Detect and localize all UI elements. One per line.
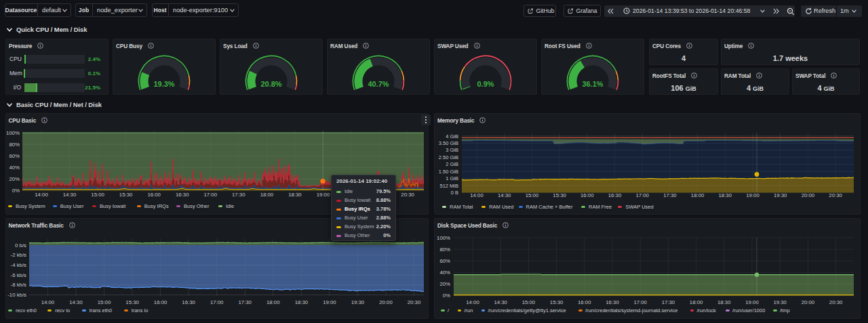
svg-text:-4 kb/s: -4 kb/s — [11, 262, 26, 268]
svg-text:100%: 100% — [437, 235, 450, 241]
svg-text:14:00: 14:00 — [466, 299, 479, 305]
svg-text:18:00: 18:00 — [267, 299, 280, 305]
svg-text:20:00: 20:00 — [379, 299, 393, 305]
svg-text:19:00: 19:00 — [745, 299, 759, 305]
svg-text:19:30: 19:30 — [773, 299, 787, 305]
svg-text:18:00: 18:00 — [690, 299, 703, 305]
svg-text:15:30: 15:30 — [550, 299, 564, 305]
svg-text:40%: 40% — [439, 270, 450, 276]
svg-text:17:30: 17:30 — [238, 299, 252, 305]
svg-text:14:30: 14:30 — [69, 299, 83, 305]
svg-text:17:30: 17:30 — [662, 299, 675, 305]
svg-text:80%: 80% — [439, 246, 450, 253]
svg-text:20:30: 20:30 — [408, 299, 421, 305]
svg-text:0%: 0% — [443, 293, 450, 299]
svg-text:15:00: 15:00 — [522, 299, 536, 305]
svg-text:16:00: 16:00 — [154, 299, 167, 305]
svg-text:-8 kb/s: -8 kb/s — [11, 282, 26, 288]
svg-text:18:30: 18:30 — [717, 299, 731, 305]
svg-text:15:30: 15:30 — [125, 299, 139, 305]
svg-text:20%: 20% — [439, 281, 450, 287]
svg-text:17:00: 17:00 — [210, 299, 224, 305]
svg-text:15:00: 15:00 — [98, 299, 111, 305]
svg-text:14:30: 14:30 — [494, 299, 507, 305]
svg-text:16:30: 16:30 — [606, 299, 619, 305]
svg-text:19:30: 19:30 — [351, 299, 365, 305]
svg-text:20:00: 20:00 — [802, 299, 815, 305]
svg-text:0 b/s: 0 b/s — [15, 242, 26, 249]
svg-text:19:00: 19:00 — [323, 299, 336, 305]
svg-text:14:00: 14:00 — [41, 299, 55, 305]
svg-text:-2 kb/s: -2 kb/s — [11, 252, 26, 258]
svg-text:16:30: 16:30 — [182, 299, 195, 305]
svg-text:60%: 60% — [439, 258, 450, 264]
svg-text:16:00: 16:00 — [578, 299, 591, 305]
svg-text:-6 kb/s: -6 kb/s — [11, 272, 26, 278]
svg-text:-10 kb/s: -10 kb/s — [7, 292, 26, 298]
svg-text:20:30: 20:30 — [829, 299, 843, 305]
svg-text:18:30: 18:30 — [295, 299, 309, 305]
svg-text:17:00: 17:00 — [633, 299, 647, 305]
